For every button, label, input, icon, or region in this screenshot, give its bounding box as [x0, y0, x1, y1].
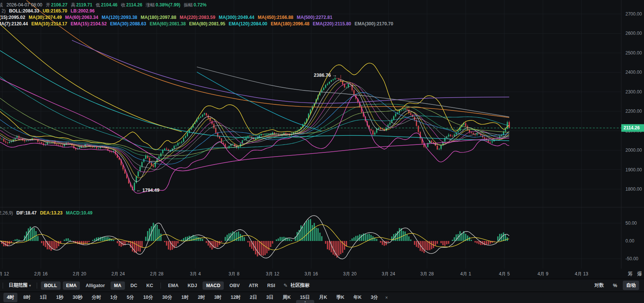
time-tick: 2月 24: [111, 271, 125, 277]
indicator-atr-button[interactable]: ATR: [245, 281, 262, 290]
ma450-orange: [27, 0, 509, 118]
time-tick: 2月 12: [0, 271, 9, 277]
time-tick: 4月 9: [538, 271, 549, 277]
timeframe-月K-button[interactable]: 月K: [316, 293, 331, 302]
timeframe-2时-button[interactable]: 2时: [194, 293, 208, 302]
svg-text:2400.00: 2400.00: [625, 70, 642, 75]
timeframe-12时-button[interactable]: 12时: [227, 293, 244, 302]
indicator-ema-button[interactable]: EMA: [63, 281, 80, 290]
timeframe-8时-button[interactable]: 8时: [20, 293, 34, 302]
scale-自动-button[interactable]: 自动: [623, 281, 639, 290]
chevron-up-icon: ▲: [304, 300, 306, 303]
time-tick: 3月 8: [229, 271, 240, 277]
timeframe-toolbar: 4时8时1日1秒30秒分时1分5分10分30分1时2时3时12时2日3日周K15…: [0, 292, 644, 303]
trading-terminal: { "header": { "line1": { "symbol": "续", …: [0, 0, 644, 303]
ma300-teal: [0, 51, 509, 141]
indicator-toolbar: 日期范围 ▾ BOLLEMAAlligatorMADCKC EMAKDJMACD…: [0, 279, 644, 292]
time-tick: 4月 13: [575, 271, 588, 277]
indicator-alligator-button[interactable]: Alligator: [82, 281, 108, 290]
ma-overlay-lines: [0, 0, 509, 193]
time-tick: 3月 12: [266, 271, 279, 277]
timeframe-4时-button[interactable]: 4时: [3, 293, 17, 302]
expand-panel-handle[interactable]: ▲: [296, 300, 314, 303]
ma500-purple: [72, 40, 509, 103]
timeframe-年K-button[interactable]: 年K: [350, 293, 365, 302]
divider: [37, 283, 37, 289]
scale-options: 对数%自动: [590, 281, 640, 290]
svg-text:1900.00: 1900.00: [625, 167, 642, 172]
side-tool-button[interactable]: 爆: [637, 270, 642, 277]
svg-text:2200.00: 2200.00: [625, 109, 642, 114]
timeframe-1时-button[interactable]: 1时: [178, 293, 192, 302]
indicator-kdj-button[interactable]: KDJ: [184, 281, 200, 290]
svg-text:2300.00: 2300.00: [625, 89, 642, 95]
svg-text:-50.00: -50.00: [625, 256, 638, 261]
date-range-label: 日期范围: [9, 282, 28, 289]
timeframe-周K-button[interactable]: 周K: [279, 293, 295, 302]
time-tick: 3月 24: [382, 271, 395, 277]
cyan-mid: [197, 72, 322, 131]
macd-panel: [0, 216, 509, 259]
timeframe-10分-button[interactable]: 10分: [140, 293, 156, 302]
indicator-boll-button[interactable]: BOLL: [41, 281, 61, 290]
time-tick: 3月 16: [304, 271, 318, 277]
timeframe-分时-button[interactable]: 分时: [88, 293, 104, 302]
timeframe-1秒-button[interactable]: 1秒: [53, 293, 67, 302]
time-tick: 3月 20: [343, 271, 356, 277]
divider: [3, 283, 3, 289]
time-tick: 4月 1: [460, 271, 471, 277]
timeframe-3时-button[interactable]: 3时: [211, 293, 225, 302]
time-tick: 2月 16: [34, 271, 47, 277]
time-axis[interactable]: 2月 122月 162月 202月 242月 283月 43月 83月 123月…: [0, 269, 644, 279]
timeframe-3分-button[interactable]: 3分: [367, 293, 381, 302]
gridlines: [0, 0, 644, 269]
divider: [161, 283, 161, 289]
svg-text:2114.26: 2114.26: [624, 125, 640, 131]
svg-text:0.00: 0.00: [625, 238, 635, 244]
indicator-ema-button[interactable]: EMA: [165, 281, 182, 290]
indicator-rsi-button[interactable]: RSI: [264, 281, 279, 290]
indicator-obv-button[interactable]: OBV: [226, 281, 243, 290]
timeframe-2日-button[interactable]: 2日: [246, 293, 260, 302]
scale-percent-button[interactable]: %: [610, 281, 621, 290]
timeframe-30分-button[interactable]: 30分: [159, 293, 176, 302]
svg-text:2600.00: 2600.00: [625, 31, 642, 36]
scale-对数-button[interactable]: 对数: [591, 281, 607, 290]
candles: [0, 75, 510, 191]
price-chart-canvas[interactable]: 2700.002600.002500.002400.002300.002200.…: [0, 0, 644, 269]
side-tool-button[interactable]: 筹: [628, 270, 633, 277]
time-tick: 3月 4: [190, 271, 201, 277]
price-axis: 2700.002600.002500.002400.002300.002200.…: [625, 11, 642, 261]
chevron-down-icon: ▾: [29, 284, 31, 287]
date-range-button[interactable]: 日期范围 ▾: [6, 281, 34, 290]
svg-text:50.00: 50.00: [625, 221, 637, 226]
time-tick: 3月 28: [420, 271, 433, 277]
indicator-kc-button[interactable]: KC: [143, 281, 157, 290]
last-price-tag: 2114.26: [621, 124, 644, 132]
timeframe-1日-button[interactable]: 1日: [36, 293, 50, 302]
indicator-macd-button[interactable]: MACD: [203, 281, 224, 290]
indicator-dc-button[interactable]: DC: [127, 281, 141, 290]
timeframe-30秒-button[interactable]: 30秒: [69, 293, 86, 302]
time-tick: 2月 20: [73, 271, 86, 277]
time-tick: 2月 28: [150, 271, 163, 277]
edit-icon[interactable]: ✎: [284, 283, 288, 288]
community-indicators-button[interactable]: 社区指标: [288, 281, 312, 290]
remove-timeframe-icon[interactable]: ×: [383, 294, 391, 302]
svg-text:2000.00: 2000.00: [625, 148, 642, 153]
timeframe-季K-button[interactable]: 季K: [333, 293, 348, 302]
svg-text:← 1794.49: ← 1794.49: [136, 188, 159, 193]
timeframe-5分-button[interactable]: 5分: [123, 293, 137, 302]
svg-text:2386.76 →: 2386.76 →: [314, 73, 337, 78]
timeframe-3日-button[interactable]: 3日: [263, 293, 277, 302]
svg-text:2700.00: 2700.00: [625, 11, 642, 17]
time-tick: 4月 5: [499, 271, 510, 277]
magenta-long: [0, 79, 509, 171]
indicator-ma-button[interactable]: MA: [111, 281, 125, 290]
svg-text:2500.00: 2500.00: [625, 50, 642, 56]
timeframe-1分-button[interactable]: 1分: [107, 293, 121, 302]
svg-text:1800.00: 1800.00: [625, 186, 642, 192]
